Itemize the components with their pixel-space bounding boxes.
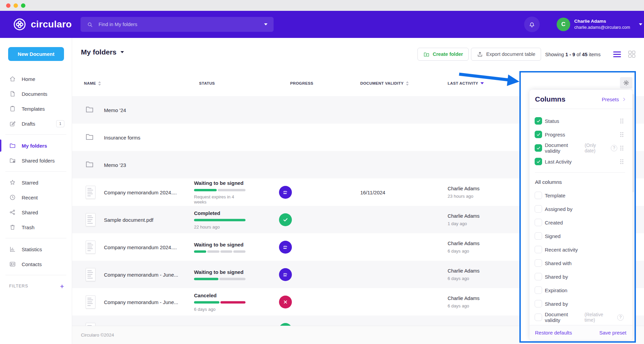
sidebar-item-label: Starred	[22, 180, 38, 186]
sidebar-item-drafts[interactable]: Drafts1	[0, 116, 72, 131]
column-toggle-signed[interactable]: Signed	[530, 229, 632, 243]
sidebar-item-shared-folders[interactable]: Shared folders	[0, 153, 72, 168]
column-toggle-last-activity[interactable]: Last Activity	[530, 155, 632, 168]
last-activity-cell: Charlie Adams1 day ago	[448, 213, 479, 226]
folder-icon	[9, 142, 16, 149]
window-zoom-button[interactable]	[21, 3, 25, 8]
sidebar-item-documents[interactable]: Documents	[0, 86, 72, 101]
column-toggle-status[interactable]: Status	[530, 114, 632, 128]
sidebar-item-contacts[interactable]: Contacts	[0, 257, 72, 272]
save-preset-link[interactable]: Save preset	[599, 330, 626, 336]
page-title-dropdown[interactable]: My folders	[81, 48, 124, 56]
available-columns-list: TemplateAssigned byCreatedSignedRecent a…	[530, 189, 632, 325]
statistics-icon	[9, 246, 16, 253]
gear-icon	[623, 80, 629, 86]
checkbox-unchecked[interactable]	[535, 273, 542, 280]
help-icon[interactable]: ?	[617, 314, 624, 321]
view-toggle	[613, 51, 635, 58]
search-input[interactable]	[98, 21, 264, 27]
checkbox-checked[interactable]	[535, 158, 542, 165]
restore-defaults-link[interactable]: Restore defaults	[535, 330, 572, 336]
presets-link[interactable]: Presets	[602, 96, 626, 102]
column-toggle-shared-by[interactable]: Shared by	[530, 270, 632, 283]
window-minimize-button[interactable]	[14, 3, 18, 8]
sidebar-item-home[interactable]: Home	[0, 71, 72, 86]
sidebar-item-shared[interactable]: Shared	[0, 205, 72, 220]
checkbox-checked[interactable]	[535, 117, 542, 125]
new-document-button[interactable]: New Document	[8, 47, 64, 61]
user-menu[interactable]: C Charlie Adams charlie.adams@circularo.…	[557, 18, 642, 31]
column-toggle-created[interactable]: Created	[530, 216, 632, 229]
search-scope-caret-icon[interactable]	[264, 23, 267, 25]
search-icon	[87, 21, 93, 28]
sidebar-item-recent[interactable]: Recent	[0, 190, 72, 205]
grid-view-icon[interactable]	[628, 51, 635, 58]
sidebar-item-label: Templates	[22, 106, 45, 112]
help-icon[interactable]: ?	[611, 145, 617, 151]
sidebar-item-label: Shared	[22, 210, 38, 215]
drag-handle-icon[interactable]	[620, 159, 624, 165]
column-toggle-shared-by[interactable]: Shared by	[530, 297, 632, 310]
home-icon	[9, 76, 16, 82]
checkbox-unchecked[interactable]	[535, 314, 542, 321]
document-name: Company memorandum 2024....	[104, 189, 177, 195]
create-folder-label: Create folder	[433, 51, 463, 57]
sidebar-item-statistics[interactable]: Statistics	[0, 242, 72, 257]
checkbox-unchecked[interactable]	[535, 219, 542, 226]
user-name: Charlie Adams	[574, 18, 630, 24]
checkbox-unchecked[interactable]	[535, 259, 542, 267]
last-activity-cell: Charlie Adams23 hours ago	[448, 186, 479, 199]
column-toggle-shared-with[interactable]: Shared with	[530, 256, 632, 270]
window-close-button[interactable]	[6, 3, 10, 8]
progress-segment	[220, 301, 246, 303]
sidebar-item-my-folders[interactable]: My folders	[0, 138, 72, 153]
columns-divider	[535, 172, 625, 173]
notifications-button[interactable]	[524, 17, 540, 32]
create-folder-button[interactable]: Create folder	[417, 48, 469, 61]
add-filter-button[interactable]: +	[60, 283, 64, 290]
drafts-count-badge: 1	[56, 120, 64, 127]
checkbox-checked[interactable]	[535, 144, 542, 152]
document-name: Company memorandum - June...	[104, 272, 178, 277]
brand-logo[interactable]: circularo	[13, 11, 72, 38]
column-toggle-template[interactable]: Template	[530, 189, 632, 202]
column-toggle-assigned-by[interactable]: Assigned by	[530, 202, 632, 216]
column-header-name[interactable]: NAME	[84, 81, 101, 86]
checkbox-unchecked[interactable]	[535, 192, 542, 199]
checkbox-checked[interactable]	[535, 131, 542, 138]
column-toggle-document-validity-relative-time[interactable]: Document validity(Relative time)?	[530, 310, 632, 324]
column-header-label: LAST ACTIVITY	[448, 81, 478, 85]
status-cell: Completed22 hours ago	[194, 210, 245, 229]
column-toggle-recent-activity[interactable]: Recent activity	[530, 243, 632, 256]
sidebar-item-templates[interactable]: Templates	[0, 101, 72, 116]
list-view-icon[interactable]	[613, 51, 621, 57]
sign-badge-icon	[279, 241, 292, 254]
app-window: circularo C Charlie Adams charlie.adams@…	[0, 0, 644, 344]
drag-handle-icon[interactable]	[620, 132, 624, 137]
column-toggle-progress[interactable]: Progress	[530, 128, 632, 141]
sidebar-item-trash[interactable]: Trash	[0, 220, 72, 235]
column-header-document-validity[interactable]: DOCUMENT VALIDITY	[360, 81, 409, 86]
checkbox-unchecked[interactable]	[535, 286, 542, 294]
export-document-table-button[interactable]: Export document table	[471, 48, 541, 61]
sidebar-item-starred[interactable]: Starred	[0, 175, 72, 190]
column-header-progress[interactable]: PROGRESS	[290, 81, 313, 85]
column-settings-button[interactable]	[620, 77, 632, 88]
drag-handle-icon[interactable]	[620, 118, 624, 124]
folder-icon	[85, 132, 94, 143]
column-header-last-activity[interactable]: LAST ACTIVITY	[448, 81, 484, 85]
checkbox-unchecked[interactable]	[535, 246, 542, 253]
checkbox-unchecked[interactable]	[535, 232, 542, 240]
column-toggle-expiration[interactable]: Expiration	[530, 283, 632, 297]
sign-badge-icon	[279, 186, 292, 199]
column-header-label: STATUS	[199, 81, 215, 85]
column-toggle-document-validity-only-date[interactable]: Document validity(Only date)?	[530, 141, 632, 155]
checkbox-unchecked[interactable]	[535, 300, 542, 307]
shared-folder-icon	[9, 157, 16, 164]
user-menu-caret-icon	[639, 23, 642, 25]
column-header-status[interactable]: STATUS	[199, 81, 215, 85]
checkbox-unchecked[interactable]	[535, 205, 542, 213]
global-search[interactable]	[81, 17, 274, 32]
drag-handle-icon[interactable]	[620, 145, 624, 151]
activity-time: 6 days ago	[448, 249, 479, 254]
